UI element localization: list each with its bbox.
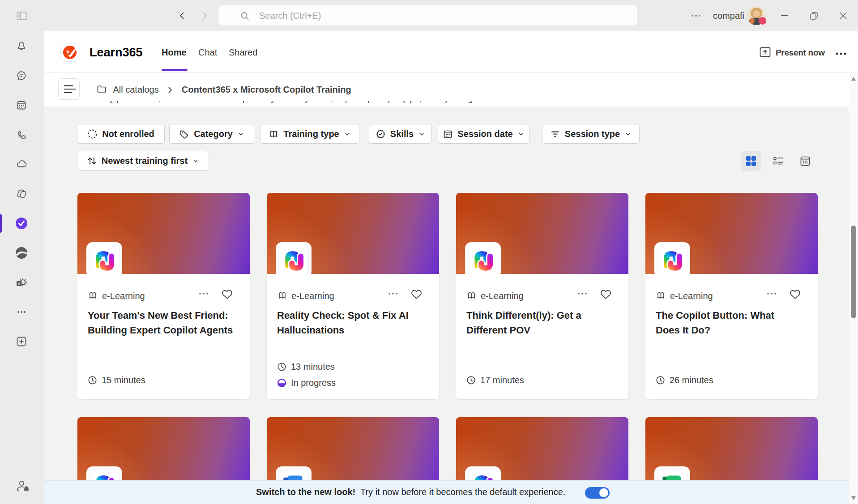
svg-text:A: A bbox=[18, 282, 21, 286]
